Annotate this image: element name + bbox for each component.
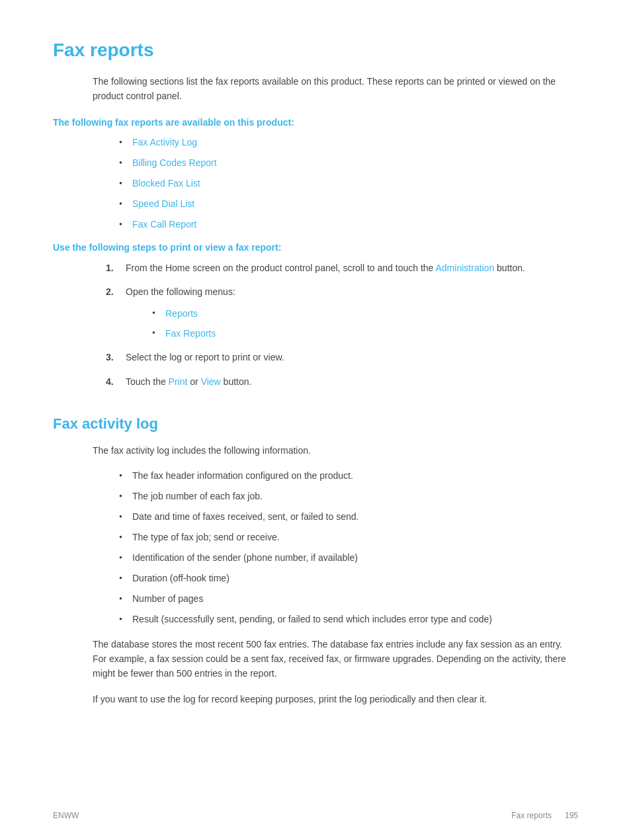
step-4-text-after: button. [221,376,252,387]
list-item: Blocked Fax List [119,177,578,190]
activity-list: The fax header information configured on… [119,469,578,626]
list-item: Date and time of faxes received, sent, o… [119,510,578,524]
footer-right: Fax reports 195 [511,811,578,820]
footer-section-label: Fax reports [511,811,552,820]
footer-page-number: 195 [565,811,578,820]
list-item: The job number of each fax job. [119,489,578,503]
step-2: 2. Open the following menus: Reports Fax… [106,284,578,341]
step-1: 1. From the Home screen on the product c… [106,261,578,275]
step-4-text-middle: or [187,376,200,387]
speed-dial-list-link[interactable]: Speed Dial List [132,198,194,209]
list-item: Speed Dial List [119,197,578,211]
list-item: Identification of the sender (phone numb… [119,551,578,565]
reports-list: Fax Activity Log Billing Codes Report Bl… [119,136,578,231]
list-item: Duration (off-hook time) [119,571,578,585]
subheading-reports-available: The following fax reports are available … [53,117,578,128]
page-title: Fax reports [53,40,578,61]
step-number: 2. [106,284,114,299]
step-number: 4. [106,374,114,389]
step-4: 4. Touch the Print or View button. [106,374,578,389]
fax-reports-menu-link[interactable]: Fax Reports [165,328,216,339]
step-number: 3. [106,350,114,364]
footer-left: ENWW [53,811,79,820]
blocked-fax-list-link[interactable]: Blocked Fax List [132,178,200,189]
body-text-2: If you want to use the log for record ke… [93,692,578,706]
list-item: Fax Call Report [119,218,578,231]
step-1-text-after: button. [494,263,525,273]
subheading-steps: Use the following steps to print or view… [53,242,578,253]
nested-menu-list: Reports Fax Reports [152,306,578,341]
section2-intro: The fax activity log includes the follow… [93,443,578,458]
list-item: The fax header information configured on… [119,469,578,483]
list-item: Reports [152,306,578,321]
list-item: Number of pages [119,592,578,606]
list-item: The type of fax job; send or receive. [119,530,578,544]
step-3: 3. Select the log or report to print or … [106,350,578,364]
list-item: Billing Codes Report [119,156,578,170]
section2-title: Fax activity log [53,415,578,433]
intro-text: The following sections list the fax repo… [93,74,578,104]
body-text-1: The database stores the most recent 500 … [93,637,578,681]
step-4-text-before: Touch the [126,376,169,387]
billing-codes-report-link[interactable]: Billing Codes Report [132,157,217,168]
reports-menu-link[interactable]: Reports [165,308,198,319]
step-number: 1. [106,261,114,275]
step-1-text-before: From the Home screen on the product cont… [126,263,435,273]
steps-list: 1. From the Home screen on the product c… [106,261,578,389]
print-link[interactable]: Print [169,376,188,387]
fax-activity-log-link[interactable]: Fax Activity Log [132,137,197,147]
fax-call-report-link[interactable]: Fax Call Report [132,219,196,230]
list-item: Fax Activity Log [119,136,578,149]
administration-link[interactable]: Administration [435,263,494,273]
step-3-text: Select the log or report to print or vie… [126,352,284,362]
step-2-text: Open the following menus: [126,286,235,297]
view-link[interactable]: View [201,376,221,387]
page-footer: ENWW Fax reports 195 [0,811,631,820]
list-item: Fax Reports [152,326,578,341]
list-item: Result (successfully sent, pending, or f… [119,612,578,626]
